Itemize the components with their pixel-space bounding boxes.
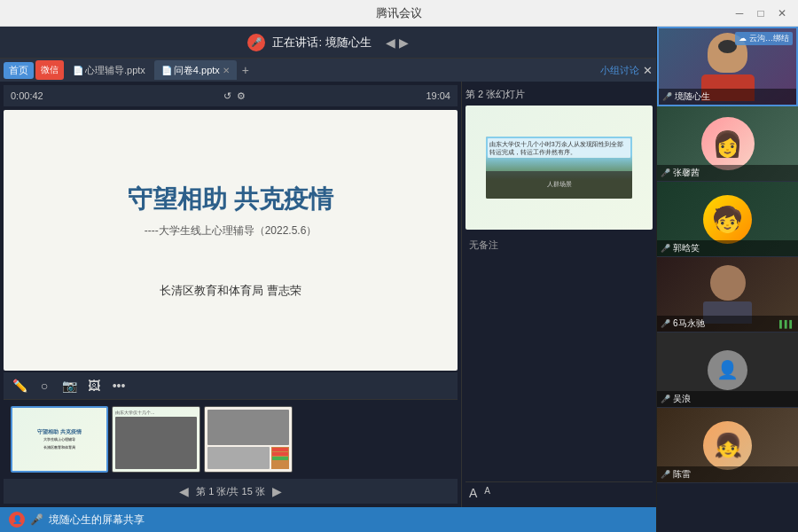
participant-2-mic-icon: 🎤 xyxy=(661,168,670,177)
more-tools-button[interactable]: ••• xyxy=(110,377,128,395)
participant-6-mic-icon: 🎤 xyxy=(661,470,670,479)
slide-timer: 0:00:42 xyxy=(11,90,43,101)
notes-text: 无备注 xyxy=(466,235,653,255)
participant-1-name: 境随心生 xyxy=(675,90,710,103)
speaker-label: 正在讲话: 境随心生 xyxy=(272,35,371,51)
image-button[interactable]: 🖼 xyxy=(85,377,103,395)
slide-main-subtitle: ----大学生线上心理辅导（2022.5.6） xyxy=(145,223,317,239)
close-button[interactable]: ✕ xyxy=(775,6,789,20)
settings-button[interactable]: ⚙ xyxy=(237,90,246,102)
slide-thumb-3[interactable] xyxy=(204,406,293,473)
prev-speaker-button[interactable]: ◀ xyxy=(386,35,395,50)
slide-main: 0:00:42 ↺ ⚙ 19:04 守望相助 共克疫情 ----大学生线上心理辅… xyxy=(0,82,461,507)
title-bar: 腾讯会议 ─ □ ✕ xyxy=(0,0,798,27)
slide-thumb-2[interactable]: 由东大学仅十几个... xyxy=(112,406,200,473)
participant-item-4[interactable]: 🎤 6马永驰 ▌▌▌ xyxy=(657,257,798,332)
slide-main-title: 守望相助 共克疫情 xyxy=(128,183,333,216)
speaker-arrows: ◀ ▶ xyxy=(386,35,409,50)
participant-item-1[interactable]: ☁ 云沟…绑结 🎤 境随心生 xyxy=(657,27,798,106)
participant-2-name: 张馨茜 xyxy=(673,167,700,179)
participant-3-mic-icon: 🎤 xyxy=(661,244,670,253)
left-area: 🎤 正在讲话: 境随心生 ◀ ▶ 首页 微信 📄 心理辅导.pptx 📄 问卷4… xyxy=(0,27,656,532)
slide-bottom-toolbar: ✏️ ○ 📷 🖼 ••• xyxy=(4,372,458,399)
participant-item-5[interactable]: 👤 🎤 吴浪 xyxy=(657,332,798,408)
minimize-button[interactable]: ─ xyxy=(732,6,747,20)
participant-item-3[interactable]: 🧒 🎤 郭晗笑 xyxy=(657,182,798,257)
participant-5-avatar: 👤 xyxy=(708,350,747,390)
font-increase-button[interactable]: A xyxy=(469,486,477,500)
participant-6-avatar: 👧 xyxy=(703,421,752,470)
new-tab-button[interactable]: + xyxy=(239,63,253,77)
mic-status-icon: 🎤 xyxy=(30,513,43,526)
participant-4-signal-icon: ▌▌▌ xyxy=(779,320,794,328)
notes-slide-caption: 由东大学仅十几个小时3万余人从发现阳性到全部转运完成，转运工作井然有序。 xyxy=(488,138,631,158)
presentation-area: 0:00:42 ↺ ⚙ 19:04 守望相助 共克疫情 ----大学生线上心理辅… xyxy=(0,82,656,507)
tab-weixin[interactable]: 微信 xyxy=(35,60,64,80)
next-speaker-button[interactable]: ▶ xyxy=(399,35,409,50)
status-label: 境随心生的屏幕共享 xyxy=(49,512,145,528)
maximize-button[interactable]: □ xyxy=(754,6,768,20)
speaker-bar: 🎤 正在讲话: 境随心生 ◀ ▶ xyxy=(0,27,656,59)
close-presentation-button[interactable]: ✕ xyxy=(643,64,653,77)
tab-ppt1[interactable]: 📄 心理辅导.pptx xyxy=(66,60,153,80)
slide-canvas: 守望相助 共克疫情 ----大学生线上心理辅导（2022.5.6） 长清区教育和… xyxy=(4,110,458,371)
slide-toolbar-top: 0:00:42 ↺ ⚙ 19:04 xyxy=(4,85,458,106)
status-bar: 👤 🎤 境随心生的屏幕共享 xyxy=(0,507,656,532)
participant-4-mic-icon: 🎤 xyxy=(661,319,670,328)
participants-sidebar: ☁ 云沟…绑结 🎤 境随心生 👩 🎤 张馨茜 🧒 xyxy=(656,27,798,532)
slide-thumb-1[interactable]: 守望相助 共克疫情 大学生线上心理辅导 长清区教育和体育局 xyxy=(11,406,108,473)
participant-3-name: 郭晗笑 xyxy=(673,242,700,254)
participant-6-name: 陈雷 xyxy=(673,468,691,481)
participant-2-avatar: 👩 xyxy=(701,117,755,170)
slide-main-author: 长清区教育和体育局 曹志荣 xyxy=(160,283,301,299)
prev-slide-button[interactable]: ◀ xyxy=(179,484,189,498)
tab-close-button[interactable]: ✕ xyxy=(223,66,230,75)
pencil-button[interactable]: ✏️ xyxy=(11,377,28,395)
main-layout: 🎤 正在讲话: 境随心生 ◀ ▶ 首页 微信 📄 心理辅导.pptx 📄 问卷4… xyxy=(0,27,798,532)
slide-notes-panel: 第 2 张幻灯片 人群场景 由东大学仅十几个小时3万余人从发现阳性到全部转运完成… xyxy=(461,82,656,507)
notes-slide-preview: 人群场景 由东大学仅十几个小时3万余人从发现阳性到全部转运完成，转运工作井然有序… xyxy=(466,106,653,230)
camera-button[interactable]: 📷 xyxy=(60,377,78,395)
participant-item-2[interactable]: 👩 🎤 张馨茜 xyxy=(657,106,798,182)
slide-counter: 第 1 张/共 15 张 xyxy=(196,485,265,498)
tab-home[interactable]: 首页 xyxy=(4,62,34,79)
participant-3-avatar: 🧒 xyxy=(703,195,752,244)
slide-time: 19:04 xyxy=(426,90,450,101)
window-controls: ─ □ ✕ xyxy=(732,6,789,20)
font-decrease-button[interactable]: A xyxy=(484,486,490,500)
slide-navigation: ◀ 第 1 张/共 15 张 ▶ xyxy=(4,479,458,504)
participant-5-mic-icon: 🎤 xyxy=(661,395,670,403)
refresh-button[interactable]: ↺ xyxy=(223,90,231,102)
cloud-badge: ☁ 云沟…绑结 xyxy=(735,32,793,45)
notes-slide-image: 人群场景 由东大学仅十几个小时3万余人从发现阳性到全部转运完成，转运工作井然有序… xyxy=(486,137,633,199)
participant-5-name: 吴浪 xyxy=(673,393,691,405)
tabs-area: 首页 微信 📄 心理辅导.pptx 📄 问卷4.pptx ✕ + 小组讨论 ✕ xyxy=(0,59,656,82)
tab-ppt2[interactable]: 📄 问卷4.pptx ✕ xyxy=(154,60,237,80)
status-user-icon: 👤 xyxy=(9,512,25,528)
speaker-indicator-icon: 🎤 xyxy=(247,34,265,51)
app-title: 腾讯会议 xyxy=(376,5,422,21)
circle-tool-button[interactable]: ○ xyxy=(35,377,53,395)
slide-number-label: 第 2 张幻灯片 xyxy=(466,85,653,104)
participant-4-name: 6马永驰 xyxy=(673,317,705,330)
slide-thumbnails: 守望相助 共克疫情 大学生线上心理辅导 长清区教育和体育局 由东大学仅十几个..… xyxy=(4,399,458,479)
next-slide-button[interactable]: ▶ xyxy=(272,484,282,498)
share-button[interactable]: 小组讨论 xyxy=(600,64,639,77)
participant-1-mic-icon: 🎤 xyxy=(662,92,672,101)
participant-item-6[interactable]: 👧 🎤 陈雷 xyxy=(657,408,798,483)
notes-font-toolbar: A A xyxy=(466,481,653,504)
